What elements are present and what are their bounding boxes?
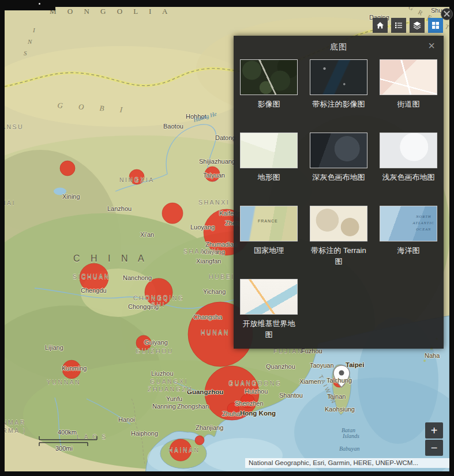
basemap-item-label: 带标注的影像图 [306,99,372,110]
sparkle-dot [39,3,40,5]
basemap-item[interactable]: 带标注的 Terrain 图 [306,206,372,267]
home-icon [376,21,385,30]
basemap-item[interactable]: 开放维基世界地图 [236,279,302,341]
thumbnail-text: FRANCE [258,219,278,223]
basemap-item-label: 带标注的 Terrain 图 [306,245,372,267]
data-bubble[interactable] [227,403,239,414]
title-bar [0,0,454,7]
top-left-black-patch [5,7,55,10]
data-bubble[interactable] [205,167,220,182]
legend-list-icon [394,21,403,30]
basemap-thumbnail-terrain[interactable] [310,206,367,241]
zoom-out-button[interactable]: − [425,440,443,456]
legend-button[interactable] [391,18,406,33]
data-bubble[interactable] [136,335,151,350]
data-bubble[interactable] [129,169,144,184]
layers-icon [412,21,422,30]
basemap-thumbnail-topo[interactable] [240,133,298,168]
basemap-grid-icon [431,21,440,30]
data-bubble[interactable] [60,161,75,176]
basemap-panel: 底图 × 影像图带标注的影像图街道图地形图深灰色画布地图浅灰色画布地图FRANC… [234,36,444,349]
basemap-item[interactable]: 带标注的影像图 [306,59,372,110]
basemap-thumbnail-light-gray[interactable] [380,133,437,168]
thumbnail-text: NORTH ATLANTIC OCEAN [413,213,434,232]
basemap-item[interactable]: 深灰色画布地图 [306,133,372,183]
basemap-item-label: 浅灰色画布地图 [376,172,441,183]
basemap-item-label: 海洋图 [376,245,441,256]
data-bubble[interactable] [80,263,108,292]
basemap-item[interactable]: 浅灰色画布地图 [376,133,441,183]
basemap-button[interactable] [428,18,443,33]
basemap-thumbnail-streets[interactable] [380,59,437,95]
zoom-in-button[interactable]: + [425,422,443,439]
basemap-thumbnail-dark-gray[interactable] [310,133,367,168]
map-toolbar [373,18,443,33]
basemap-item-label: 开放维基世界地图 [236,319,302,341]
basemap-thumbnail-osm[interactable] [240,279,298,315]
data-bubble[interactable] [195,436,204,445]
basemap-item-label: 深灰色画布地图 [306,172,372,183]
basemap-thumbnail-imagery[interactable] [240,59,298,95]
basemap-item-label: 街道图 [376,99,441,110]
data-bubble[interactable] [170,439,192,461]
basemap-item-label: 影像图 [236,99,302,110]
basemap-item[interactable]: FRANCE国家地理 [236,206,302,256]
basemap-item[interactable]: 地形图 [236,133,302,183]
attribution-bar: National Geographic, Esri, Garmin, HERE,… [245,458,449,468]
basemap-panel-title: 底图 [234,36,444,52]
basemap-thumbnail-natgeo[interactable]: FRANCE [240,206,298,241]
home-button[interactable] [373,18,388,33]
data-bubble[interactable] [162,203,183,224]
basemap-item[interactable]: 街道图 [376,59,441,110]
basemap-thumbnail-imagery-labels[interactable] [310,59,367,95]
basemap-item[interactable]: 影像图 [236,59,302,110]
basemap-item[interactable]: NORTH ATLANTIC OCEAN海洋图 [376,206,441,256]
close-icon[interactable]: × [425,39,438,52]
app-menu-button[interactable] [441,8,453,20]
basemap-item-label: 国家地理 [236,245,302,256]
data-bubble[interactable] [62,360,81,379]
zoom-controls: + − [425,422,443,457]
data-bubble[interactable] [145,278,172,306]
basemap-item-label: 地形图 [236,172,302,183]
data-bubble[interactable] [241,394,254,408]
basemap-thumbnail-oceans[interactable]: NORTH ATLANTIC OCEAN [380,206,437,241]
qinghai-lake [54,188,66,195]
layers-button[interactable] [410,18,425,33]
